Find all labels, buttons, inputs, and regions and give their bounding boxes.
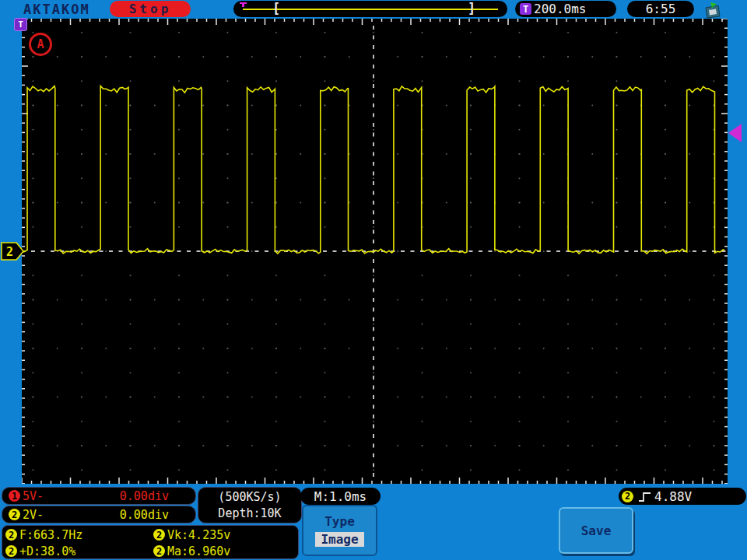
oscilloscope-screen: AKTAKOM Stop [ ] T 200.0ms 6:55 T A — [0, 0, 747, 560]
sample-rate: (500KS/s) — [218, 489, 281, 506]
top-status-bar: AKTAKOM Stop [ ] T 200.0ms 6:55 — [0, 0, 747, 19]
acquisition-readout: (500KS/s) Depth:10K — [198, 487, 302, 523]
type-menu-button[interactable]: Type Image — [302, 505, 377, 556]
brand-logo: AKTAKOM — [23, 2, 90, 17]
channel2-offset: 0.00div — [120, 508, 169, 522]
trigger-position-bar: [ ] — [233, 1, 507, 17]
trigger-level-readout: 2 4.88V — [619, 488, 746, 505]
channel2-icon: 2 — [153, 529, 165, 541]
channel1-readout: 1 5V- 0.00div — [2, 487, 196, 505]
type-menu-label: Type — [324, 514, 355, 529]
waveform-display — [22, 19, 728, 484]
rising-edge-icon — [638, 491, 652, 502]
acquisition-status-badge: Stop — [110, 1, 191, 17]
measurement-vk: 2 Vk:4.235v — [153, 528, 301, 542]
timebase-readout: M:1.0ms — [300, 488, 381, 505]
record-depth: Depth:10K — [218, 506, 281, 522]
window-right-bracket: ] — [468, 1, 475, 17]
channel2-icon: 2 — [153, 545, 165, 557]
measurement-duty: 2 +D:38.0% — [5, 544, 153, 558]
acquisition-status-label: Stop — [129, 2, 172, 16]
channel1-icon: 1 — [9, 490, 20, 502]
channel2-readout: 2 2V- 0.00div — [2, 506, 196, 523]
trigger-point-icon: T — [14, 18, 27, 31]
measurement-max: 2 Ma:6.960v — [153, 544, 301, 558]
channel2-scale: 2V- — [23, 508, 44, 522]
channel1-scale: 5V- — [23, 489, 44, 503]
measurement-frequency: 2 F:663.7Hz — [5, 528, 153, 542]
channel2-icon: 2 — [9, 509, 20, 520]
channel2-icon: 2 — [5, 529, 17, 541]
channel1-offset: 0.00div — [120, 489, 169, 503]
type-menu-value: Image — [315, 532, 363, 547]
window-left-bracket: [ — [272, 1, 280, 17]
measurements-box: 2 F:663.7Hz 2 Vk:4.235v 2 +D:38.0% 2 Ma:… — [2, 525, 299, 559]
trigger-delay-value: 200.0ms — [534, 2, 586, 16]
channel2-position-marker[interactable]: 2 — [1, 240, 26, 262]
trigger-level-arrow-icon[interactable] — [726, 122, 743, 144]
trigger-level-value: 4.88V — [654, 489, 692, 504]
channel2-icon: 2 — [622, 491, 633, 502]
trigger-window-line — [243, 9, 498, 10]
trigger-t-icon: T — [520, 3, 531, 15]
save-button[interactable]: Save — [559, 507, 633, 554]
channel2-icon: 2 — [5, 545, 17, 557]
channel2-marker-label: 2 — [6, 245, 13, 259]
clock-readout: 6:55 — [627, 1, 694, 17]
trigger-delay-readout: T 200.0ms — [515, 1, 616, 17]
usb-storage-icon — [701, 2, 723, 19]
auto-mode-badge: A — [29, 33, 52, 56]
